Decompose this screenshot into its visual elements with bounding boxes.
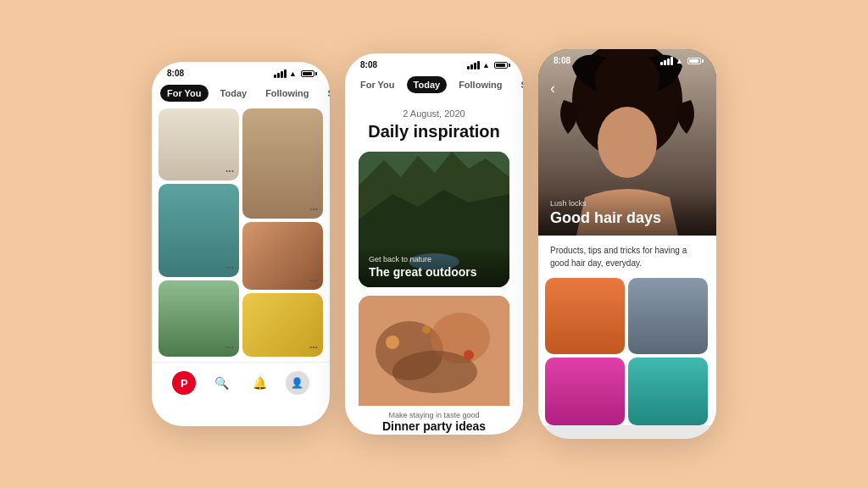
- tab-shop-1[interactable]: Shop: [320, 85, 330, 102]
- food-image: [359, 296, 509, 406]
- story-below-title-2: Dinner party ideas: [359, 419, 509, 433]
- phone-1: 8:08 ▲ For You Today Following Shop Kitc…: [152, 62, 330, 426]
- tab-shop-2[interactable]: Shop: [514, 76, 523, 93]
- battery-icon-2: [494, 62, 508, 69]
- story-subtitle-1: Get back to nature: [369, 255, 499, 263]
- tab-following-2[interactable]: Following: [452, 76, 509, 93]
- wifi-icon-2: ▲: [482, 61, 490, 69]
- more-dots[interactable]: ···: [225, 165, 234, 177]
- tab-today-2[interactable]: Today: [407, 76, 448, 93]
- more-dots[interactable]: ···: [309, 203, 318, 215]
- signal-icon-2: [467, 61, 480, 69]
- signal-icon: [274, 69, 287, 78]
- wifi-icon: ▲: [289, 69, 297, 78]
- pin-card[interactable]: ···: [159, 108, 239, 180]
- pin-card[interactable]: ···: [242, 222, 323, 290]
- status-bar-2: 8:08 ▲: [345, 53, 523, 73]
- tab-today-1[interactable]: Today: [214, 85, 254, 102]
- phone-3: 8:08 ▲ ‹ Lush locks Good ha: [538, 49, 716, 439]
- tab-for-you-2[interactable]: For You: [353, 76, 402, 93]
- photo-card-orange[interactable]: [545, 278, 625, 354]
- status-bar-3: 8:08 ▲: [538, 49, 716, 69]
- small-photo-grid: [538, 278, 716, 425]
- photo-card-suit[interactable]: [628, 278, 708, 354]
- hero-title: Good hair days: [550, 209, 704, 227]
- grid-col-right: ··· ··· ···: [242, 108, 323, 357]
- more-dots[interactable]: ···: [225, 262, 234, 274]
- pin-card[interactable]: ···: [242, 293, 323, 357]
- story-headline-1: The great outdoors: [369, 265, 499, 279]
- story-card-food[interactable]: Make staying in taste good Dinner party …: [359, 296, 509, 435]
- status-icons-1: ▲: [274, 69, 314, 78]
- tab-for-you[interactable]: For You: [160, 85, 209, 102]
- time-2: 8:08: [360, 60, 377, 69]
- nav-tabs-2: For You Today Following Shop Kitch: [345, 73, 523, 100]
- story-card-nature[interactable]: Get back to nature The great outdoors: [359, 152, 509, 287]
- pin-grid: ··· ··· ··· ··· ··· ···: [152, 108, 330, 357]
- today-title: Daily inspiration: [359, 122, 509, 141]
- phone3-body: Products, tips and tricks for having a g…: [538, 236, 716, 425]
- status-bar-1: 8:08 ▲: [152, 62, 330, 81]
- description-text: Products, tips and tricks for having a g…: [550, 244, 704, 269]
- photo-card-pink[interactable]: [545, 358, 625, 425]
- search-button[interactable]: 🔍: [210, 371, 234, 395]
- signal-icon-3: [660, 57, 673, 65]
- description-section: Products, tips and tricks for having a g…: [538, 236, 716, 278]
- story-below-2: Make staying in taste good Dinner party …: [359, 406, 509, 435]
- more-dots[interactable]: ···: [309, 341, 318, 353]
- photo-card-teal[interactable]: [628, 358, 708, 425]
- hero-overlay: Lush locks Good hair days: [538, 191, 716, 236]
- profile-button[interactable]: 👤: [286, 371, 309, 395]
- status-icons-2: ▲: [467, 61, 508, 69]
- svg-point-8: [422, 325, 431, 334]
- phone-2: 8:08 ▲ For You Today Following Shop Kitc…: [345, 53, 523, 435]
- svg-point-7: [464, 350, 474, 360]
- time-3: 8:08: [554, 56, 570, 65]
- pin-card[interactable]: ···: [242, 108, 323, 219]
- time-1: 8:08: [167, 69, 184, 78]
- battery-icon: [301, 70, 314, 77]
- tab-following-1[interactable]: Following: [259, 85, 315, 102]
- story-overlay-1: Get back to nature The great outdoors: [359, 247, 509, 287]
- pin-card[interactable]: ···: [159, 280, 239, 357]
- more-dots[interactable]: ···: [309, 274, 318, 286]
- today-content: 2 August, 2020 Daily inspiration: [345, 100, 523, 435]
- wifi-icon-3: ▲: [676, 57, 683, 65]
- pinterest-home-button[interactable]: P: [172, 371, 196, 395]
- status-icons-3: ▲: [660, 57, 701, 65]
- hero-tag: Lush locks: [550, 199, 704, 208]
- svg-point-6: [386, 336, 399, 349]
- notification-button[interactable]: 🔔: [248, 371, 271, 395]
- phones-container: 8:08 ▲ For You Today Following Shop Kitc…: [152, 49, 716, 439]
- today-date: 2 August, 2020: [359, 108, 509, 119]
- bottom-nav: P 🔍 🔔 👤: [152, 362, 330, 405]
- battery-icon-3: [687, 58, 701, 64]
- svg-point-12: [598, 107, 657, 178]
- grid-col-left: ··· ··· ···: [159, 108, 239, 357]
- back-arrow[interactable]: ‹: [550, 80, 555, 97]
- hero-section: 8:08 ▲ ‹ Lush locks Good ha: [538, 49, 716, 236]
- more-dots[interactable]: ···: [225, 341, 234, 353]
- nav-tabs-1: For You Today Following Shop Kitch: [152, 81, 330, 108]
- pin-card[interactable]: ···: [159, 184, 239, 277]
- story-below-sub-2: Make staying in taste good: [359, 411, 509, 419]
